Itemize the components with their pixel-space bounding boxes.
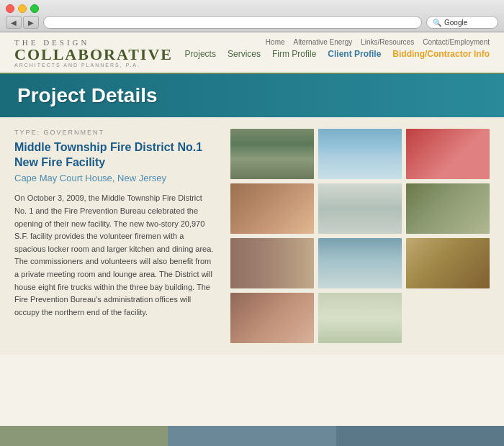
- maximize-button[interactable]: [30, 4, 39, 13]
- photo-2[interactable]: [318, 129, 402, 179]
- photo-grid: [230, 129, 490, 343]
- logo-area: THE DESIGN COLLABORATIVE ARCHITECTS AND …: [14, 38, 173, 68]
- project-title: Middle Township Fire District No.1 New F…: [14, 140, 216, 170]
- photo-1[interactable]: [230, 129, 314, 179]
- top-navigation: Home Alternative Energy Links/Resources …: [185, 38, 490, 59]
- browser-chrome: ◀ ▶ 🔍 Google: [0, 0, 504, 32]
- logo-line2: COLLABORATIVE: [14, 47, 173, 63]
- bottom-bar: [0, 426, 504, 441]
- nav-top-home[interactable]: Home: [266, 38, 285, 46]
- back-button[interactable]: ◀: [6, 16, 22, 29]
- search-input[interactable]: 🔍 Google: [426, 16, 498, 29]
- nav-top-links-resources[interactable]: Links/Resources: [361, 38, 414, 46]
- main-navigation: Projects Services Firm Profile Client Pr…: [185, 49, 490, 59]
- top-nav-links: Home Alternative Energy Links/Resources …: [266, 38, 490, 46]
- forward-button[interactable]: ▶: [23, 16, 39, 29]
- nav-services[interactable]: Services: [228, 49, 261, 59]
- site-header: THE DESIGN COLLABORATIVE ARCHITECTS AND …: [0, 32, 504, 68]
- search-icon: 🔍: [433, 19, 441, 27]
- photo-8[interactable]: [318, 238, 402, 288]
- photo-10[interactable]: [230, 293, 314, 343]
- photo-11[interactable]: [318, 293, 402, 343]
- hero-banner: Project Details: [0, 74, 504, 117]
- logo-tagline: ARCHITECTS AND PLANNERS, P.A.: [14, 63, 173, 68]
- photo-5[interactable]: [318, 183, 402, 234]
- nav-bidding[interactable]: Bidding/Contractor Info: [392, 49, 490, 59]
- nav-top-contact[interactable]: Contact/Employment: [423, 38, 490, 46]
- search-placeholder: Google: [444, 19, 467, 27]
- website-container: THE DESIGN COLLABORATIVE ARCHITECTS AND …: [0, 32, 504, 441]
- nav-projects[interactable]: Projects: [185, 49, 216, 59]
- address-input[interactable]: [43, 16, 422, 29]
- address-bar-row: ◀ ▶ 🔍 Google: [6, 16, 498, 29]
- photo-7[interactable]: [230, 238, 314, 288]
- photo-6[interactable]: [406, 183, 490, 234]
- nav-client-profile[interactable]: Client Profile: [328, 49, 381, 59]
- project-type-label: TYPE: GOVERNMENT: [14, 129, 216, 136]
- minimize-button[interactable]: [18, 4, 27, 13]
- nav-buttons: ◀ ▶: [6, 16, 39, 29]
- photo-4[interactable]: [230, 183, 314, 234]
- project-description: On October 3, 2009, the Middle Township …: [14, 192, 216, 319]
- nav-top-alternative-energy[interactable]: Alternative Energy: [294, 38, 353, 46]
- main-content: TYPE: GOVERNMENT Middle Township Fire Di…: [0, 117, 504, 355]
- project-location: Cape May Court House, New Jersey: [14, 173, 216, 183]
- browser-buttons: [6, 4, 498, 13]
- left-column: TYPE: GOVERNMENT Middle Township Fire Di…: [14, 129, 216, 343]
- bottom-segment-1: [0, 426, 168, 441]
- nav-firm-profile[interactable]: Firm Profile: [272, 49, 316, 59]
- page-title: Project Details: [17, 84, 487, 107]
- photo-9[interactable]: [406, 238, 490, 288]
- photo-3[interactable]: [406, 129, 490, 179]
- bottom-segment-2: [168, 426, 336, 441]
- bottom-segment-3: [336, 426, 504, 441]
- close-button[interactable]: [6, 4, 14, 13]
